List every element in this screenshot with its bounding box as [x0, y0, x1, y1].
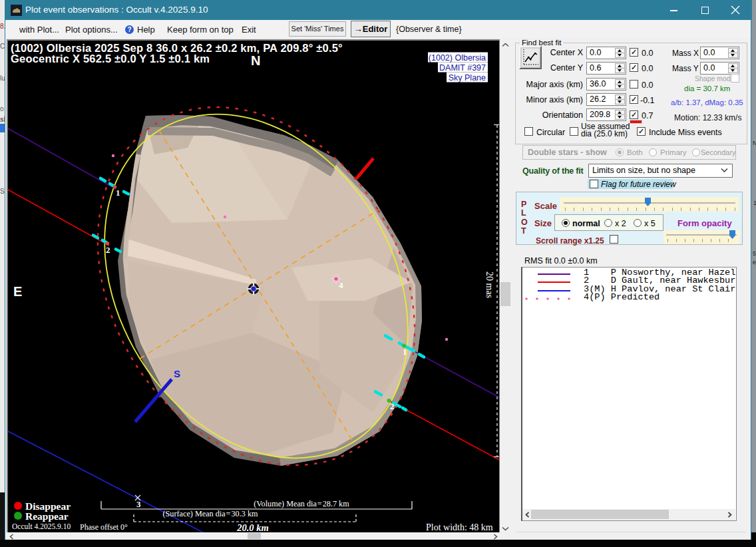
- svg-text:DAMIT #397: DAMIT #397: [439, 63, 486, 73]
- svg-text:Reappear: Reappear: [25, 510, 69, 522]
- svg-text:(Surface) Mean dia = 30.3 km: (Surface) Mean dia = 30.3 km: [163, 509, 258, 518]
- svg-text:Geocentric X 562.5 ±0.0 Y 1: Geocentric X 562.5 ±0.0 Y 1.5 ±0.1 km: [11, 53, 210, 65]
- svg-text:2: 2: [106, 245, 110, 255]
- svg-text:1: 1: [403, 347, 407, 357]
- svg-text:4: 4: [339, 280, 343, 290]
- svg-text:20 mas: 20 mas: [484, 272, 494, 298]
- svg-text:E: E: [13, 284, 22, 299]
- svg-text:20.0 km: 20.0 km: [236, 522, 269, 532]
- svg-text:(1002) Olbersia: (1002) Olbersia: [429, 53, 486, 63]
- svg-text:S: S: [174, 368, 180, 379]
- svg-text:1: 1: [116, 188, 120, 198]
- svg-text:(1002) Olbersia 2025 Sep 8: (1002) Olbersia 2025 Sep 8 36.0 x 26.2 ±…: [11, 42, 343, 54]
- svg-text:Phase offset 0°: Phase offset 0°: [80, 522, 128, 532]
- svg-text:2: 2: [390, 401, 395, 411]
- svg-text:(Volume) Mean dia = 28.7 km: (Volume) Mean dia = 28.7 km: [254, 499, 349, 508]
- svg-text:Plot width: 48 km: Plot width: 48 km: [426, 522, 493, 532]
- svg-text:3: 3: [136, 499, 141, 509]
- svg-text:Occult 4.2025.9.10: Occult 4.2025.9.10: [12, 522, 71, 530]
- svg-text:N: N: [251, 53, 260, 68]
- svg-text:Sky Plane: Sky Plane: [449, 73, 486, 83]
